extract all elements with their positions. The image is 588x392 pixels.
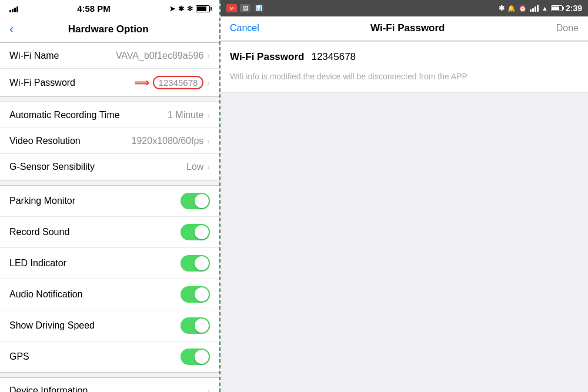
android-bluetooth-icon: ✱ <box>499 4 505 12</box>
record-sound-row: Record Sound <box>0 217 219 248</box>
show-driving-speed-label: Show Driving Speed <box>9 320 181 331</box>
wifi-password-display-row: Wi-Fi Password 12345678 <box>230 51 579 63</box>
signal-bars-icon <box>9 5 18 12</box>
record-sound-label: Record Sound <box>9 227 181 237</box>
cancel-button[interactable]: Cancel <box>230 23 259 33</box>
recording-time-chevron: › <box>207 110 210 120</box>
recording-time-label: Automatic Recording Time <box>9 110 168 120</box>
wifi-password-row[interactable]: Wi-Fi Password ⟹ 12345678 › <box>0 69 219 96</box>
back-button[interactable]: ‹ <box>9 22 14 37</box>
done-button[interactable]: Done <box>556 23 579 33</box>
left-panel: 4:58 PM ➤ ✱ ✻ ‹ Hardware Option Wi-Fi Na… <box>0 0 220 392</box>
chart-icon: 📊 <box>253 4 264 12</box>
device-information-row[interactable]: Device Information › <box>0 378 219 392</box>
android-alarm-icon: ⏰ <box>519 5 527 12</box>
android-status-left: M 🖼 📊 <box>226 4 264 12</box>
android-volume-icon: 🔔 <box>507 5 516 12</box>
wifi-password-chevron: › <box>207 78 210 88</box>
led-indicator-label: LED Indicator <box>9 258 181 269</box>
parking-monitor-label: Parking Monitor <box>9 196 181 206</box>
video-resolution-value: 1920x1080/60fps <box>132 136 204 146</box>
wifi-name-label: Wi-Fi Name <box>9 51 116 61</box>
device-section: Device Information › <box>0 377 219 392</box>
android-status-right: ✱ 🔔 ⏰ ▲ 2:39 <box>499 4 582 13</box>
parking-monitor-toggle[interactable] <box>181 193 210 209</box>
video-resolution-chevron: › <box>207 136 210 146</box>
wifi-info-text: Wifi info is modified,the device will be… <box>230 71 579 83</box>
show-driving-speed-toggle[interactable] <box>181 317 210 334</box>
gps-toggle[interactable] <box>181 349 210 365</box>
settings-content: Wi-Fi Name VAVA_b0f1ec89a596 › Wi-Fi Pas… <box>0 42 219 392</box>
led-indicator-toggle[interactable] <box>181 255 210 272</box>
battery-icon <box>196 5 210 12</box>
android-nav-bar: Cancel Wi-Fi Password Done <box>220 16 588 41</box>
gps-label: GPS <box>9 351 181 362</box>
gmail-icon: M <box>226 4 237 12</box>
wifi-password-section: Wi-Fi Password 12345678 Wifi info is mod… <box>220 41 588 93</box>
video-resolution-row[interactable]: Video Resolution 1920x1080/60fps › <box>0 128 219 154</box>
wifi-password-display-value: 12345678 <box>311 51 356 63</box>
signal-bar-2 <box>12 9 14 12</box>
audio-notification-toggle[interactable] <box>181 286 210 303</box>
gps-row: GPS <box>0 341 219 372</box>
status-bar-left-icons <box>9 5 18 12</box>
recording-time-value: 1 Minute <box>168 110 203 120</box>
wifi-password-section-label: Wi-Fi Password <box>230 51 304 63</box>
g-sensor-chevron: › <box>207 162 210 172</box>
wifi-section: Wi-Fi Name VAVA_b0f1ec89a596 › Wi-Fi Pas… <box>0 42 219 97</box>
parking-monitor-row: Parking Monitor <box>0 186 219 217</box>
wifi-password-label: Wi-Fi Password <box>9 78 134 88</box>
location-icon: ➤ <box>169 5 175 13</box>
battery-fill <box>197 6 206 11</box>
g-sensor-label: G-Sensor Sensibility <box>9 162 186 172</box>
g-sensor-value: Low <box>186 162 203 172</box>
recording-time-row[interactable]: Automatic Recording Time 1 Minute › <box>0 102 219 128</box>
toggles-section: Parking Monitor Record Sound LED Indicat… <box>0 185 219 373</box>
nav-bar-left: ‹ Hardware Option <box>0 17 219 42</box>
device-information-chevron: › <box>207 386 210 392</box>
g-sensor-row[interactable]: G-Sensor Sensibility Low › <box>0 154 219 180</box>
android-wifi-icon <box>530 5 539 12</box>
wifi-content-area: Wi-Fi Password 12345678 Wifi info is mod… <box>220 41 588 93</box>
status-bar-right-icons: ➤ ✱ ✻ <box>169 5 210 13</box>
audio-notification-label: Audio Notification <box>9 289 181 300</box>
android-time: 2:39 <box>566 4 582 13</box>
recording-section: Automatic Recording Time 1 Minute › Vide… <box>0 102 219 180</box>
bluetooth-icon: ✱ <box>178 5 184 13</box>
signal-bar-3 <box>14 8 16 12</box>
wifi-name-chevron: › <box>207 51 210 61</box>
wifi-name-row[interactable]: Wi-Fi Name VAVA_b0f1ec89a596 › <box>0 43 219 69</box>
audio-notification-row: Audio Notification <box>0 279 219 310</box>
right-panel: M 🖼 📊 ✱ 🔔 ⏰ ▲ 2:39 Cancel Wi-Fi Password… <box>220 0 588 392</box>
unknown-icon: ✻ <box>187 5 193 13</box>
record-sound-toggle[interactable] <box>181 224 210 240</box>
video-resolution-label: Video Resolution <box>9 136 132 146</box>
wifi-password-value: 12345678 <box>153 76 204 89</box>
page-title-right: Wi-Fi Password <box>259 22 556 34</box>
page-title-left: Hardware Option <box>18 24 198 35</box>
wifi-password-container: ⟹ 12345678 <box>134 76 204 89</box>
led-indicator-row: LED Indicator <box>0 248 219 279</box>
status-time-left: 4:58 PM <box>77 4 111 14</box>
wifi-name-value: VAVA_b0f1ec89a596 <box>116 51 203 61</box>
red-arrow-icon: ⟹ <box>134 76 149 89</box>
status-bar-left: 4:58 PM ➤ ✱ ✻ <box>0 0 219 17</box>
device-information-label: Device Information <box>9 386 207 392</box>
android-battery-icon <box>551 5 563 11</box>
signal-bar-4 <box>16 6 18 12</box>
show-driving-speed-row: Show Driving Speed <box>0 310 219 341</box>
signal-bar-1 <box>9 10 11 12</box>
android-status-bar: M 🖼 📊 ✱ 🔔 ⏰ ▲ 2:39 <box>220 0 588 16</box>
photo-icon: 🖼 <box>240 4 250 12</box>
android-battery-fill <box>552 6 559 10</box>
android-signal-icon: ▲ <box>542 5 548 12</box>
